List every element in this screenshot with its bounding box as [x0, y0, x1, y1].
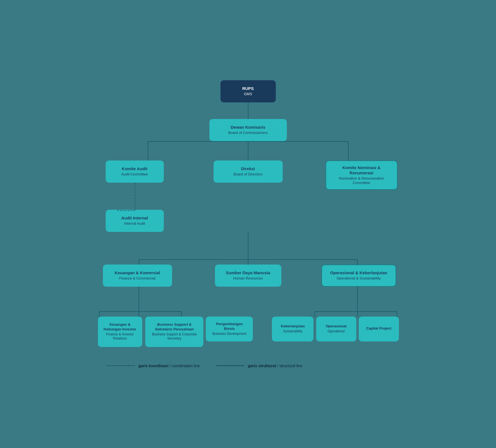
- coordination-legend: garis koordinasi / coordination line: [107, 364, 200, 368]
- level-rups: RUPS GMS: [96, 80, 400, 102]
- komite-audit-title: Komite Audit: [122, 166, 147, 172]
- audit-dashed-vline: [135, 183, 135, 210]
- right-branch-vline: [348, 141, 349, 160]
- div-center-vline: [248, 259, 248, 265]
- structural-normal: / structural line: [277, 364, 302, 368]
- dewan-subtitle: Board of Commissioners: [228, 131, 268, 135]
- direksi-to-divisions-connector: [96, 232, 400, 260]
- rups-title: RUPS: [242, 86, 254, 91]
- solid-line-icon: [216, 365, 244, 366]
- operasional-keberlanjutan-node: Operasional & Keberlanjutan Operational …: [321, 265, 396, 287]
- rups-node: RUPS GMS: [220, 80, 276, 102]
- level-dewan: Dewan Komisaris Board of Commissioners: [96, 119, 400, 141]
- sdm-title: Sumber Daya Manusia: [226, 270, 270, 276]
- capital-project-col: Capital Project: [357, 317, 400, 341]
- pengembangan-bisnis-node: Pengembangan Bisnis Business Development: [206, 317, 253, 341]
- komite-audit-node: Komite Audit Audit Committee: [106, 160, 164, 183]
- sub-capital-vline: [397, 311, 397, 317]
- structural-legend: garis struktural / structural line: [216, 364, 302, 368]
- komite-nom-subtitle: Nomination & Renumeration Committee: [332, 176, 391, 186]
- sub-business-vline: [139, 311, 139, 317]
- pengembangan-subtitle: Business Development: [212, 332, 246, 336]
- dewan-komisaris-node: Dewan Komisaris Board of Commissioners: [209, 119, 287, 141]
- dashed-connector: [106, 183, 164, 210]
- komite-audit-subtitle: Audit Committee: [121, 172, 148, 177]
- direksi-center-vline: [248, 232, 248, 260]
- left-branch-vline: [148, 141, 148, 160]
- center-vline: [248, 141, 248, 160]
- keuangan-div-col: Keuangan & Komersial Finance & Commercia…: [96, 265, 179, 287]
- komite-nom-title: Komite Nominasi & Renumerasi: [332, 165, 391, 176]
- keberlanjutan-title: Keberlanjutan: [281, 324, 305, 329]
- rups-dewan-vline: [248, 102, 248, 119]
- keuangan-komersial-node: Keuangan & Komersial Finance & Commercia…: [103, 265, 172, 287]
- keberlanjutan-node: Keberlanjutan Sustainability: [272, 317, 313, 341]
- keberlanjutan-col: Keberlanjutan Sustainability: [271, 317, 315, 341]
- capital-project-node: Capital Project: [359, 317, 399, 341]
- coordination-label: garis koordinasi / coordination line: [139, 364, 200, 368]
- legend: garis koordinasi / coordination line gar…: [96, 364, 400, 368]
- division-to-sub-connector: [96, 287, 400, 312]
- level-subs: Keuangan & Hubungan Investor Finance & I…: [96, 317, 400, 347]
- business-support-title: Business Support & Sekretaris Perusahaan: [151, 322, 198, 332]
- komite-nom-col: Komite Nominasi & Renumerasi Nomination …: [323, 160, 400, 190]
- operasional-sub-subtitle: Operational: [328, 329, 345, 334]
- level-divisions: Keuangan & Komersial Finance & Commercia…: [96, 265, 400, 287]
- pengembangan-title: Pengembangan Bisnis: [211, 322, 247, 331]
- operasional-div-subtitle: Operational & Sustainability: [337, 276, 381, 281]
- operasional-sub-title: Operasional: [326, 324, 346, 329]
- operasional-div-title: Operasional & Keberlanjutan: [330, 270, 387, 276]
- structural-bold: garis struktural: [248, 364, 276, 368]
- capital-project-title: Capital Project: [366, 326, 391, 331]
- keuangan-down-vline: [139, 287, 139, 312]
- coordination-bold: garis koordinasi: [139, 364, 168, 368]
- dewan-branch-connector: [96, 141, 400, 160]
- sub-pengembangan-vline: [181, 311, 182, 317]
- pengembangan-col: Pengembangan Bisnis Business Development: [205, 317, 254, 341]
- direksi-node: Direksi Board of Directors: [214, 160, 283, 183]
- dewan-title: Dewan Komisaris: [231, 125, 265, 130]
- structural-label: garis struktural / structural line: [248, 364, 302, 368]
- keu-investor-subtitle: Finance & Investor Relations: [103, 332, 137, 341]
- business-support-subtitle: Business Support & Corporate Secretary: [151, 332, 198, 341]
- audit-internal-subtitle: Internal Audit: [124, 221, 145, 226]
- keuangan-investor-node: Keuangan & Hubungan Investor Finance & I…: [98, 317, 142, 347]
- operasional-sub-col: Operasional Operational: [315, 317, 357, 341]
- rups-subtitle: GMS: [244, 92, 252, 97]
- audit-dashed-hline: [117, 210, 135, 211]
- dashed-line-icon: [107, 365, 135, 366]
- direksi-title: Direksi: [241, 166, 255, 172]
- sdm-subtitle: Human Resources: [233, 276, 263, 281]
- keuangan-subtitle: Finance & Commercial: [119, 276, 156, 281]
- level-3: Komite Audit Audit Committee Audit Inter…: [96, 160, 400, 232]
- dewan-hline: [148, 141, 349, 142]
- keuangan-hline: [99, 311, 181, 312]
- keu-investor-title: Keuangan & Hubungan Investor: [103, 322, 137, 332]
- operasional-down-vline: [357, 287, 358, 312]
- operasional-sub-node: Operasional Operational: [316, 317, 356, 341]
- direksi-col: Direksi Board of Directors: [214, 160, 283, 183]
- audit-internal-node: Audit Internal Internal Audit: [106, 210, 164, 232]
- komite-audit-col: Komite Audit Audit Committee Audit Inter…: [96, 160, 173, 232]
- sub-operasional-vline: [357, 311, 358, 317]
- sub-keberlanjutan-vline: [315, 311, 315, 317]
- keberlanjutan-subtitle: Sustainability: [283, 329, 303, 334]
- sub-keuangan-vline: [99, 311, 100, 317]
- sdm-div-col: Sumber Daya Manusia Human Resources: [215, 265, 281, 287]
- keuangan-investor-col: Keuangan & Hubungan Investor Finance & I…: [96, 317, 144, 347]
- sdm-node: Sumber Daya Manusia Human Resources: [215, 265, 281, 287]
- operasional-hline: [315, 311, 397, 312]
- direksi-subtitle: Board of Directors: [233, 172, 263, 177]
- rups-to-dewan-connector: [96, 102, 400, 119]
- komite-nominasi-node: Komite Nominasi & Renumerasi Nomination …: [326, 160, 398, 190]
- business-support-col: Business Support & Sekretaris Perusahaan…: [144, 317, 205, 347]
- business-support-node: Business Support & Sekretaris Perusahaan…: [145, 317, 203, 347]
- div-left-vline: [139, 259, 139, 265]
- operasional-div-col: Operasional & Keberlanjutan Operational …: [317, 265, 400, 287]
- keuangan-title: Keuangan & Komersial: [115, 270, 160, 276]
- div-right-vline: [357, 259, 358, 265]
- coordination-normal: / coordination line: [170, 364, 200, 368]
- audit-internal-title: Audit Internal: [121, 215, 148, 221]
